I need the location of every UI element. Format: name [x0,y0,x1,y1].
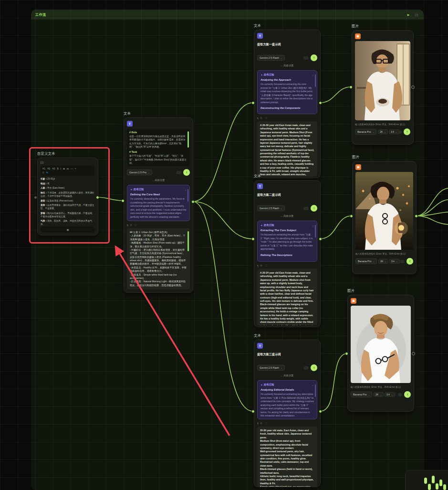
image3-prompt-placeholder[interactable]: 输入想要修改的指令 (Enter 发送，Shift+Enter 换行) [351,385,411,389]
planner-model-select[interactable]: Gemini 2.5 Pro⌄ [127,170,152,175]
extract1-output-port[interactable] [319,101,322,105]
extract3-text-node[interactable]: T 提取方案三提示词 Gemini 2.5 Flash⌄ ↑ ⌄ 高级设置 ✦ … [254,340,321,487]
extract1-model-select[interactable]: Gemini 2.5 Flash⌄ [257,55,285,61]
image1-run-button[interactable]: ↑ [404,128,410,135]
image2-input-port[interactable] [350,214,353,218]
copy-icon[interactable]: ⎘ [260,117,262,120]
extract1-prompt[interactable]: 提取方案一提示词 [257,43,317,47]
extract2-output-area[interactable]: A 20-24 year old East Asian male, clean … [257,269,317,325]
group-run-icon[interactable]: ▶ [406,12,411,18]
image2-run-button[interactable]: ↑ [406,258,413,265]
thinking-scrollbar[interactable] [188,189,188,202]
paragraph-icon[interactable]: ¶ [257,422,259,425]
extract1-input-port[interactable] [251,101,255,105]
extract1-run-button[interactable]: ↑ [311,54,317,61]
image3-ratio-select[interactable]: 3:4⌄ [385,392,395,397]
planner-thinking-panel[interactable]: ✦ 思考过程 ⌄ Defining the Core Need I'm curr… [127,185,190,221]
extract3-model-select[interactable]: Gemini 2.5 Flash⌄ [257,365,285,371]
image3-model-select[interactable]: Banana Pro⌄ [351,392,372,397]
expand-icon[interactable]: ⛶ [265,264,267,267]
extract1-node-title: 文本 [254,23,261,28]
advanced-settings-toggle[interactable]: ⌄ 高级设置 [257,214,317,218]
advanced-settings-toggle[interactable]: ⌄ 高级设置 [257,64,317,67]
image3-output-port[interactable] [412,352,415,355]
planner-input-port[interactable] [121,199,125,202]
copy-icon[interactable]: ⎘ [260,422,262,425]
expand-icon[interactable]: ⛶ [135,224,137,227]
planner-run-button[interactable]: ↑ [183,169,190,176]
planner-output-port[interactable] [191,200,195,203]
advanced-settings-toggle[interactable]: ⌄ 高级设置 [257,374,317,377]
image1-ratio-select[interactable]: 3:4⌄ [389,129,399,134]
image2-prompt-placeholder[interactable]: 输入想要修改的指令 (Enter 发送，Shift+Enter 换行) [355,252,413,256]
chevron-down-icon[interactable]: ⌄ [312,383,314,386]
prompt-scrollbar[interactable] [188,131,189,148]
chevron-down-icon: ⌄ [281,374,283,377]
paragraph-icon[interactable]: ¶ [257,117,259,120]
extract2-prompt[interactable]: 提取方案二提示词 [257,193,317,197]
group-collapse-icon[interactable]: ▢ [414,12,419,18]
extract2-input-port[interactable] [251,237,255,241]
run-mode-toggle[interactable] [400,260,405,263]
thinking-scrollbar[interactable] [315,75,316,87]
run-mode-toggle[interactable] [399,130,402,134]
node-group-header[interactable]: 工作流 ▶ ▢ [31,10,424,20]
chevron-down-icon: ⌄ [148,171,150,174]
image1-node[interactable]: ▣ [352,30,414,145]
extract3-run-button[interactable]: ↑ [311,364,317,371]
planner-output-area[interactable]: ## 方案 1: Urban Zen (都市禅意风) - 人群画像：20-30岁… [127,228,190,289]
image3-node[interactable]: ▣ 输入想要修改的指令 (Enter 发送，Shift+Enter 换行) [347,295,414,412]
image3-run-button[interactable]: ↑ [404,391,411,398]
expand-icon[interactable]: ⛶ [265,422,267,425]
generated-photo-1[interactable] [355,41,410,120]
image3-input-port[interactable] [345,352,348,355]
node-canvas[interactable]: 工作流 ▶ ▢ 自定义文本 { } H1 H2 [0,0,448,490]
run-mode-toggle[interactable] [176,171,181,174]
extract2-thinking-panel[interactable]: ✦ 思考过程 ⌄ Extracting The Core Subject I'm… [257,221,317,262]
run-mode-toggle[interactable] [303,366,309,370]
extract2-output-port[interactable] [319,237,322,241]
extract3-prompt[interactable]: 提取方案三提示词 [257,352,317,357]
run-mode-toggle[interactable] [303,56,309,60]
extract1-thinking-panel[interactable]: ✦ 思考过程 ⌄ Analyzing the Approach I'm curr… [257,70,317,114]
chevron-down-icon[interactable]: ⌄ [185,188,187,191]
extract1-output-area[interactable]: A 20-30 year old East Asian male, clean … [257,121,317,177]
image3-size-select[interactable]: 2K⌄ [374,392,384,397]
extract3-thinking-panel[interactable]: ✦ 思考过程 ⌄ Analyzing Editorial Details I'm… [257,380,317,419]
copy-icon[interactable]: ⎘ [260,264,262,267]
image1-input-port[interactable] [349,85,353,89]
image1-model-select[interactable]: Banana Pro⌄ [355,129,376,135]
image1-output-port[interactable] [411,85,415,89]
image2-node[interactable]: ▣ [352,161,417,274]
output-scrollbar[interactable] [188,231,189,251]
planner-prompt-area[interactable]: # Role 你是一位世界顶级的时尚杂志创意总监，具备进阶的审美和极强的文字描述… [127,129,190,166]
extract2-text-node[interactable]: T 提取方案二提示词 Gemini 2.5 Flash⌄ ↑ ⌄ 高级设置 ✦ … [254,180,321,327]
extract1-text-node[interactable]: T 提取方案一提示词 Gemini 2.5 Flash⌄ ↑ ⌄ 高级设置 ✦ … [254,30,321,178]
thinking-scrollbar[interactable] [315,384,316,397]
advanced-settings-toggle[interactable]: ⌄ 高级设置 [127,179,190,182]
generated-photo-2[interactable] [355,172,413,250]
extract2-run-button[interactable]: ↑ [311,205,317,212]
image2-model-select[interactable]: Banana Pro⌄ [355,258,377,264]
chevron-down-icon[interactable]: ⌄ [312,224,314,227]
image2-ratio-select[interactable]: 3:4⌄ [389,259,400,264]
chevron-down-icon[interactable]: ⌄ [312,74,314,76]
expand-icon[interactable]: ⛶ [265,117,267,120]
image2-size-select[interactable]: 2K⌄ [378,259,388,264]
planner-text-node[interactable]: T # Role 你是一位世界顶级的时尚杂志创意总监，具备进阶的审美和极强的文字… [124,117,193,293]
run-mode-toggle[interactable] [398,393,402,396]
extract3-output-area[interactable]: 20-30 year old male, East Asian, clean a… [257,426,317,487]
run-mode-toggle[interactable] [303,207,309,210]
extract3-output-port[interactable] [319,410,322,413]
paragraph-icon[interactable]: ¶ [257,265,259,267]
image1-size-select[interactable]: 2K⌄ [378,129,388,134]
thinking-scrollbar[interactable] [315,225,316,237]
copy-icon[interactable]: ⎘ [130,224,132,227]
generated-photo-3[interactable] [351,306,411,383]
image2-output-port[interactable] [415,214,418,218]
paragraph-icon[interactable]: ¶ [127,224,128,227]
image1-prompt-placeholder[interactable]: 输入想要修改的指令 (Enter 发送，Shift+Enter 换行) [355,123,410,126]
extract2-model-select[interactable]: Gemini 2.5 Flash⌄ [257,205,285,211]
extract3-input-port[interactable] [251,410,255,413]
planner-node-title: 文本 [124,111,131,116]
